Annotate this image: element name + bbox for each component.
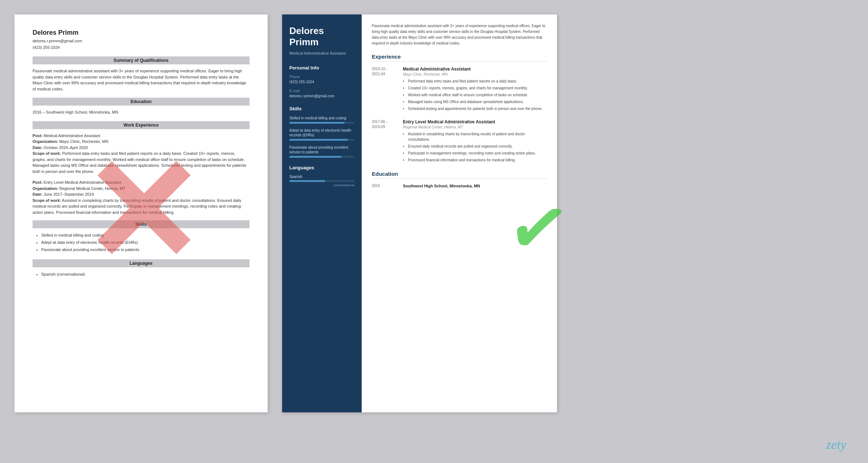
left-job1-scope-label: Scope of work: xyxy=(33,151,61,156)
exp-bullet: Worked with medical office staff to ensu… xyxy=(403,92,547,98)
exp-entry: 2019-10 -2021-04Medical Administrative A… xyxy=(372,67,547,113)
left-skills-section: Skilled in medical billing and codingAde… xyxy=(33,232,250,253)
exp-job-title: Entry Level Medical Administrative Assis… xyxy=(403,119,547,124)
left-skill-item: Skilled in medical billing and coding xyxy=(41,232,250,239)
left-job2-date-label: Date: xyxy=(33,192,43,196)
right-title: Medical Administrative Assistant xyxy=(289,51,354,56)
exp-dates: 2017-06 -2019-09 xyxy=(372,119,397,164)
right-education-header: Education xyxy=(372,171,547,179)
zety-watermark: zety xyxy=(826,437,846,452)
left-job2-scope-label: Scope of work: xyxy=(33,198,61,203)
left-name: Delores Primm xyxy=(33,29,250,37)
left-education-header: Education xyxy=(33,98,250,106)
exp-bullet: Scheduled testing and appointments for p… xyxy=(403,106,547,111)
left-job2-date: Date: June 2017–September 2019 xyxy=(33,191,250,197)
left-phone: (423) 255-1024 xyxy=(33,45,60,50)
lang-bar-bg xyxy=(289,180,354,182)
right-education: 2016 Southwest High School, Minnetonka, … xyxy=(372,184,547,188)
left-job2-org: Organization: Regional Medical Center, H… xyxy=(33,186,250,192)
left-job1-org: Organization: Mayo Clinic, Rochester, MN xyxy=(33,139,250,145)
exp-content: Entry Level Medical Administrative Assis… xyxy=(403,119,547,164)
exp-bullet: Performed data entry tasks and filed pat… xyxy=(403,78,547,84)
right-name: Delores Primm xyxy=(289,25,354,48)
left-lang-item: Spanish (conversational) xyxy=(41,271,250,278)
left-job1: Post: Medical Administrative Assistant O… xyxy=(33,133,250,175)
sidebar-email-label: E-mail xyxy=(289,89,354,93)
sidebar-skill-label: Passionate about providing excellent ser… xyxy=(289,145,354,154)
sidebar-lang-label: Spanish xyxy=(289,175,354,179)
sidebar-languages-header: Languages xyxy=(289,165,354,170)
skill-bar-fill xyxy=(289,139,348,141)
resume-left: ✕ Delores Primm delores.r.primm@gmail.co… xyxy=(14,14,268,412)
skill-bar-bg xyxy=(289,139,354,141)
sidebar-phone-label: Phone xyxy=(289,75,354,79)
sidebar-skill-label: Skilled in medical billing and coding xyxy=(289,116,354,120)
sidebar-skill-item: Passionate about providing excellent ser… xyxy=(289,145,354,158)
right-summary: Passionate medical administrative assist… xyxy=(372,23,547,46)
sidebar-skill-item: Skilled in medical billing and coding xyxy=(289,116,354,124)
exp-bullet: Assisted in completing charts by transcr… xyxy=(403,131,547,142)
resume-right: Delores Primm Medical Administrative Ass… xyxy=(282,14,557,412)
sidebar-skills-list: Skilled in medical billing and codingAde… xyxy=(289,116,354,158)
right-experience-header: Experience xyxy=(372,54,547,61)
left-job2-post: Post: Entry Level Medical Administrative… xyxy=(33,179,250,186)
left-job1-date: Date: October 2019–April 2020 xyxy=(33,145,250,151)
left-job1-date-label: Date: xyxy=(33,145,43,150)
exp-job-title: Medical Administrative Assistant xyxy=(403,67,547,72)
left-job2: Post: Entry Level Medical Administrative… xyxy=(33,179,250,215)
left-job1-scope: Scope of work: Performed data entry task… xyxy=(33,150,250,174)
sidebar-lang-item: Spanishconversational xyxy=(289,175,354,187)
sidebar-email: delores.r.primm@gmail.com xyxy=(289,94,354,99)
skill-bar-fill xyxy=(289,122,345,124)
left-education: 2016 – Southwest High School, Minnetonka… xyxy=(33,109,250,115)
left-job2-scope: Scope of work: Assisted in completing ch… xyxy=(33,197,250,216)
exp-bullet: Ensured daily medical records are pulled… xyxy=(403,144,547,149)
exp-bullet: Created 10+ reports, memos, graphs, and … xyxy=(403,85,547,91)
left-job2-org-label: Organization: xyxy=(33,186,58,191)
right-jobs-list: 2019-10 -2021-04Medical Administrative A… xyxy=(372,67,547,164)
exp-dates: 2019-10 -2021-04 xyxy=(372,67,397,113)
sidebar-skill-label: Adept at data entry of electronic health… xyxy=(289,128,354,137)
sidebar-skills-header: Skills xyxy=(289,106,354,111)
left-languages-header: Languages xyxy=(33,259,250,267)
left-job2-post-label: Post: xyxy=(33,180,43,184)
skill-bar-fill xyxy=(289,156,341,158)
exp-entry: 2017-06 -2019-09Entry Level Medical Admi… xyxy=(372,119,547,164)
left-languages-section: Spanish (conversational) xyxy=(33,271,250,278)
right-edu-year: 2016 xyxy=(372,184,397,188)
left-skills-list: Skilled in medical billing and codingAde… xyxy=(33,232,250,253)
exp-bullets: Assisted in completing charts by transcr… xyxy=(403,131,547,163)
exp-bullets: Performed data entry tasks and filed pat… xyxy=(403,78,547,111)
left-summary: Passionate medical administrative assist… xyxy=(33,68,250,92)
left-job1-post: Post: Medical Administrative Assistant xyxy=(33,133,250,139)
left-skill-item: Passionate about providing excellent ser… xyxy=(41,246,250,254)
left-skills-header: Skills xyxy=(33,220,250,228)
main-container: ✕ Delores Primm delores.r.primm@gmail.co… xyxy=(0,0,868,463)
right-edu-school: Southwest High School, Minnetonka, MN xyxy=(403,184,480,188)
right-sidebar: Delores Primm Medical Administrative Ass… xyxy=(282,14,362,412)
skill-bar-bg xyxy=(289,156,354,158)
left-lang-list: Spanish (conversational) xyxy=(33,271,250,278)
lang-level: conversational xyxy=(289,183,354,187)
exp-bullet: Participate in management meetings, reco… xyxy=(403,150,547,156)
exp-bullet: Processed financial information and tran… xyxy=(403,157,547,163)
left-job1-org-label: Organization: xyxy=(33,139,58,144)
right-main: Passionate medical administrative assist… xyxy=(362,14,557,412)
left-job1-post-label: Post: xyxy=(33,133,43,138)
sidebar-languages-list: Spanishconversational xyxy=(289,175,354,187)
left-work-header: Work Experience xyxy=(33,121,250,129)
exp-content: Medical Administrative AssistantMayo Cli… xyxy=(403,67,547,113)
skill-bar-bg xyxy=(289,122,354,124)
exp-org: Regional Medical Center, Helena, MT xyxy=(403,125,547,129)
left-email: delores.r.primm@gmail.com xyxy=(33,39,82,43)
sidebar-skill-item: Adept at data entry of electronic health… xyxy=(289,128,354,141)
exp-org: Mayo Clinic, Rochester, MN xyxy=(403,72,547,76)
left-skill-item: Adept at data entry of electronic health… xyxy=(41,239,250,246)
sidebar-phone: (423) 255-1024 xyxy=(289,80,354,85)
exp-bullet: Managed tasks using MS Office and databa… xyxy=(403,99,547,105)
lang-bar-fill xyxy=(289,180,325,182)
sidebar-personal-header: Personal Info xyxy=(289,65,354,71)
left-summary-header: Summary of Qualifications xyxy=(33,56,250,64)
left-contact: delores.r.primm@gmail.com (423) 255-1024 xyxy=(33,38,250,51)
